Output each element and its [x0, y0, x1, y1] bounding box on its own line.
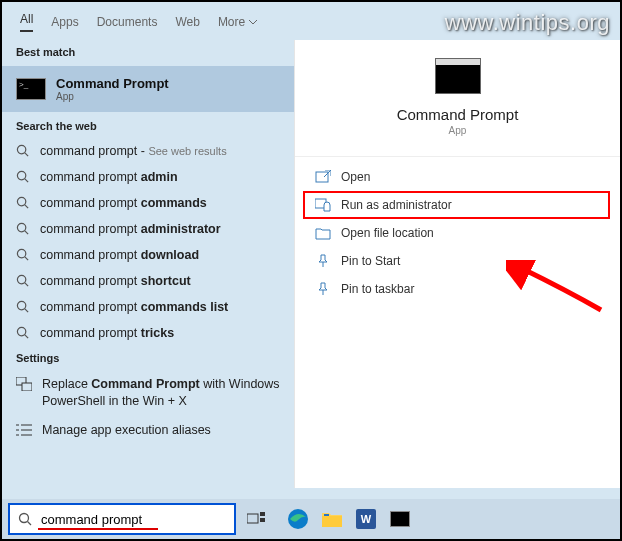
svg-line-13 — [25, 309, 28, 312]
taskbar-cmd[interactable] — [384, 503, 416, 535]
svg-line-11 — [25, 283, 28, 286]
web-result-item[interactable]: command prompt administrator — [2, 216, 294, 242]
folder-icon — [321, 510, 343, 528]
list-icon — [16, 422, 32, 438]
svg-text:W: W — [361, 513, 372, 525]
svg-point-0 — [17, 145, 25, 153]
svg-rect-24 — [316, 172, 328, 182]
web-result-text: command prompt tricks — [40, 326, 174, 340]
taskbar-edge[interactable] — [282, 503, 314, 535]
section-best-match: Best match — [2, 40, 294, 64]
web-result-text: command prompt - See web results — [40, 144, 227, 158]
pin-start-icon — [315, 254, 331, 268]
tab-all[interactable]: All — [20, 12, 33, 32]
search-icon — [16, 326, 30, 340]
action-run-as-administrator[interactable]: Run as administrator — [303, 191, 610, 219]
search-input[interactable] — [41, 512, 226, 527]
web-result-item[interactable]: command prompt commands list — [2, 294, 294, 320]
svg-rect-17 — [22, 383, 32, 391]
annotation-underline — [38, 528, 158, 530]
settings-item[interactable]: Manage app execution aliases — [2, 416, 294, 445]
tab-more-label: More — [218, 15, 245, 29]
svg-point-14 — [17, 327, 25, 335]
taskbar: W — [2, 499, 620, 539]
best-match-title: Command Prompt — [56, 76, 169, 91]
search-icon — [16, 274, 30, 288]
action-label: Pin to Start — [341, 254, 400, 268]
search-icon — [16, 144, 30, 158]
settings-item[interactable]: Replace Command Prompt with Windows Powe… — [2, 370, 294, 416]
action-open[interactable]: Open — [295, 163, 620, 191]
svg-line-9 — [25, 257, 28, 260]
svg-point-12 — [17, 301, 25, 309]
svg-line-27 — [28, 521, 32, 525]
svg-point-10 — [17, 275, 25, 283]
best-match-item[interactable]: Command Prompt App — [2, 66, 294, 112]
search-icon — [16, 248, 30, 262]
svg-line-7 — [25, 231, 28, 234]
section-settings: Settings — [2, 346, 294, 370]
taskbar-word[interactable]: W — [350, 503, 382, 535]
task-view-button[interactable] — [240, 503, 272, 535]
section-search-web: Search the web — [2, 114, 294, 138]
admin-icon — [315, 198, 331, 212]
svg-line-15 — [25, 335, 28, 338]
tab-apps[interactable]: Apps — [51, 15, 78, 29]
svg-line-1 — [25, 153, 28, 156]
swap-icon — [16, 376, 32, 392]
tab-more[interactable]: More — [218, 15, 257, 29]
pin-taskbar-icon — [315, 282, 331, 296]
web-result-text: command prompt administrator — [40, 222, 221, 236]
settings-item-text: Replace Command Prompt with Windows Powe… — [42, 376, 280, 410]
web-result-text: command prompt download — [40, 248, 199, 262]
svg-rect-28 — [247, 514, 258, 523]
svg-line-3 — [25, 179, 28, 182]
web-result-item[interactable]: command prompt tricks — [2, 320, 294, 346]
search-icon — [16, 222, 30, 236]
open-icon — [315, 170, 331, 184]
web-result-item[interactable]: command prompt download — [2, 242, 294, 268]
svg-point-4 — [17, 197, 25, 205]
tab-web[interactable]: Web — [175, 15, 199, 29]
command-prompt-icon — [16, 78, 46, 100]
svg-rect-32 — [322, 516, 342, 527]
search-box[interactable] — [8, 503, 236, 535]
watermark-text: www.wintips.org — [445, 10, 610, 36]
preview-title: Command Prompt — [397, 106, 519, 123]
action-open-file-location[interactable]: Open file location — [295, 219, 620, 247]
svg-point-6 — [17, 223, 25, 231]
action-label: Open — [341, 170, 370, 184]
action-label: Run as administrator — [341, 198, 452, 212]
web-result-text: command prompt commands list — [40, 300, 228, 314]
web-result-text: command prompt admin — [40, 170, 178, 184]
svg-rect-30 — [260, 518, 265, 522]
search-icon — [16, 196, 30, 210]
preview-subtitle: App — [449, 125, 467, 136]
chevron-down-icon — [249, 20, 257, 25]
edge-icon — [287, 508, 309, 530]
web-result-item[interactable]: command prompt - See web results — [2, 138, 294, 164]
tab-documents[interactable]: Documents — [97, 15, 158, 29]
web-result-item[interactable]: command prompt admin — [2, 164, 294, 190]
results-panel: Best match Command Prompt App Search the… — [2, 40, 294, 488]
settings-item-text: Manage app execution aliases — [42, 422, 211, 439]
svg-point-8 — [17, 249, 25, 257]
task-view-icon — [247, 512, 265, 526]
taskbar-explorer[interactable] — [316, 503, 348, 535]
svg-line-5 — [25, 205, 28, 208]
action-label: Pin to taskbar — [341, 282, 414, 296]
web-result-item[interactable]: command prompt commands — [2, 190, 294, 216]
web-result-item[interactable]: command prompt shortcut — [2, 268, 294, 294]
search-icon — [16, 300, 30, 314]
search-icon — [18, 512, 33, 527]
annotation-arrow — [506, 260, 606, 320]
svg-rect-29 — [260, 512, 265, 516]
best-match-subtitle: App — [56, 91, 169, 102]
preview-panel: Command Prompt App OpenRun as administra… — [294, 40, 620, 488]
preview-app-icon — [435, 58, 481, 94]
folder-icon — [315, 226, 331, 240]
action-label: Open file location — [341, 226, 434, 240]
web-result-text: command prompt commands — [40, 196, 207, 210]
word-icon: W — [356, 509, 376, 529]
web-result-text: command prompt shortcut — [40, 274, 191, 288]
